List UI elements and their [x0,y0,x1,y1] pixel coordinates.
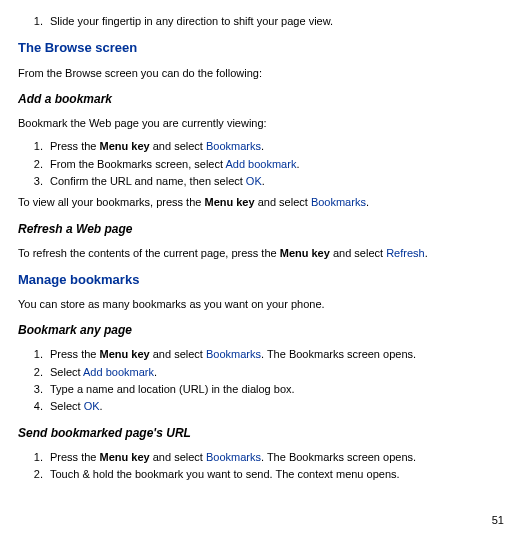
text: and select [150,140,206,152]
text: To view all your bookmarks, press the [18,196,204,208]
text: From the Bookmarks screen, select [50,158,225,170]
list-item: Select Add bookmark. [46,365,512,380]
refresh-link: Refresh [386,247,425,259]
text: . [100,400,103,412]
list-item: Touch & hold the bookmark you want to se… [46,467,512,482]
ok-link: OK [246,175,262,187]
add-bookmark-lead: Bookmark the Web page you are currently … [18,116,512,131]
add-bookmark-steps: Press the Menu key and select Bookmarks.… [18,139,512,189]
refresh-text: To refresh the contents of the current p… [18,246,512,261]
text: . [296,158,299,170]
text: Press the [50,140,100,152]
text: . [154,366,157,378]
bookmarks-link: Bookmarks [206,451,261,463]
text: Press the [50,348,100,360]
text: . [425,247,428,259]
manage-intro: You can store as many bookmarks as you w… [18,297,512,312]
text: and select [255,196,311,208]
page-number: 51 [492,513,504,528]
list-item: Confirm the URL and name, then select OK… [46,174,512,189]
menu-key-text: Menu key [100,348,150,360]
text: and select [150,348,206,360]
menu-key-text: Menu key [204,196,254,208]
add-bookmark-title: Add a bookmark [18,91,512,108]
view-bookmarks-note: To view all your bookmarks, press the Me… [18,195,512,210]
menu-key-text: Menu key [100,451,150,463]
add-bookmark-link: Add bookmark [83,366,154,378]
list-item: Press the Menu key and select Bookmarks. [46,139,512,154]
list-item: Press the Menu key and select Bookmarks.… [46,347,512,362]
text: Select [50,366,83,378]
list-item: From the Bookmarks screen, select Add bo… [46,157,512,172]
text: . The Bookmarks screen opens. [261,348,416,360]
text: Press the [50,451,100,463]
send-url-title: Send bookmarked page's URL [18,425,512,442]
send-url-steps: Press the Menu key and select Bookmarks.… [18,450,512,483]
text: Select [50,400,84,412]
add-bookmark-link: Add bookmark [225,158,296,170]
list-item: Select OK. [46,399,512,414]
refresh-title: Refresh a Web page [18,221,512,238]
text: . [261,140,264,152]
ok-link: OK [84,400,100,412]
bookmarks-link: Bookmarks [206,348,261,360]
list-item: Type a name and location (URL) in the di… [46,382,512,397]
browse-intro: From the Browse screen you can do the fo… [18,66,512,81]
menu-key-text: Menu key [100,140,150,152]
intro-list: Slide your fingertip in any direction to… [18,14,512,29]
text: . The Bookmarks screen opens. [261,451,416,463]
text: . [366,196,369,208]
text: . [262,175,265,187]
bookmarks-link: Bookmarks [206,140,261,152]
text: and select [150,451,206,463]
bookmark-any-page-steps: Press the Menu key and select Bookmarks.… [18,347,512,415]
text: To refresh the contents of the current p… [18,247,280,259]
intro-step: Slide your fingertip in any direction to… [46,14,512,29]
bookmarks-link: Bookmarks [311,196,366,208]
manage-bookmarks-title: Manage bookmarks [18,271,512,289]
text: Confirm the URL and name, then select [50,175,246,187]
bookmark-any-page-title: Bookmark any page [18,322,512,339]
text: and select [330,247,386,259]
list-item: Press the Menu key and select Bookmarks.… [46,450,512,465]
menu-key-text: Menu key [280,247,330,259]
browse-screen-title: The Browse screen [18,39,512,57]
